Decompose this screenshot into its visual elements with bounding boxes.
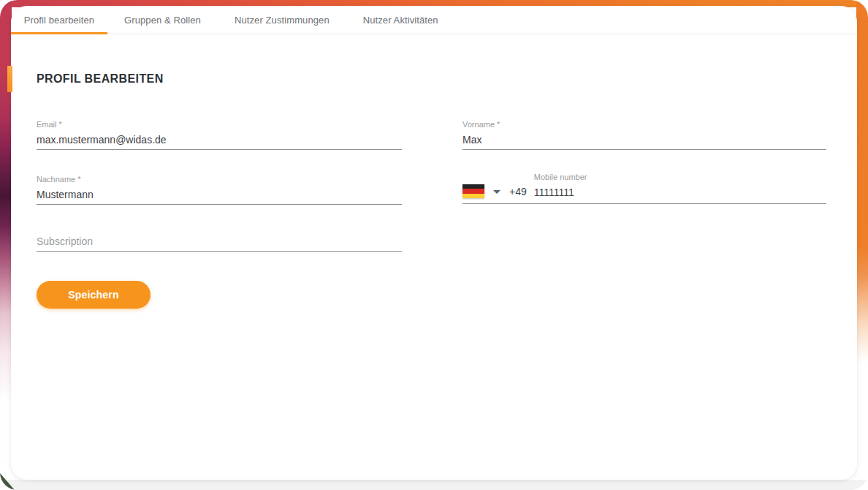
profile-card: Profil bearbeiten Gruppen & Rollen Nutze… bbox=[11, 6, 857, 480]
tab-profil-bearbeiten[interactable]: Profil bearbeiten bbox=[11, 6, 107, 34]
vorname-input[interactable] bbox=[462, 129, 826, 150]
email-field-group: Email * bbox=[37, 120, 402, 150]
email-label: Email * bbox=[37, 120, 402, 129]
tab-label: Gruppen & Rollen bbox=[124, 15, 201, 26]
vorname-field-group: Vorname * bbox=[462, 120, 826, 150]
tab-gruppen-rollen[interactable]: Gruppen & Rollen bbox=[107, 6, 218, 34]
mobile-number-input[interactable] bbox=[534, 182, 826, 203]
email-input[interactable] bbox=[37, 129, 402, 150]
tab-label: Nutzer Aktivitäten bbox=[363, 15, 438, 26]
mobile-field-group: +49 Mobile number bbox=[462, 174, 826, 204]
subscription-input[interactable] bbox=[37, 231, 402, 252]
mobile-label: Mobile number bbox=[534, 173, 826, 182]
nachname-field-group: Nachname * bbox=[37, 175, 402, 205]
tab-bar: Profil bearbeiten Gruppen & Rollen Nutze… bbox=[11, 6, 857, 34]
dropdown-arrow-icon[interactable] bbox=[493, 190, 500, 194]
page-background: Profil bearbeiten Gruppen & Rollen Nutze… bbox=[0, 0, 868, 490]
tab-nutzer-zustimmungen[interactable]: Nutzer Zustimmungen bbox=[218, 6, 346, 34]
nachname-label: Nachname * bbox=[37, 175, 402, 184]
background-strip-bottom bbox=[0, 480, 868, 490]
save-button[interactable]: Speichern bbox=[37, 281, 151, 309]
heading-accent-bar bbox=[7, 66, 12, 92]
dial-code: +49 bbox=[509, 184, 527, 199]
tab-label: Profil bearbeiten bbox=[24, 15, 94, 26]
background-gradient-right bbox=[856, 0, 868, 490]
mobile-input-wrap: Mobile number bbox=[534, 173, 826, 203]
tab-nutzer-aktivitaeten[interactable]: Nutzer Aktivitäten bbox=[346, 6, 455, 34]
subscription-field-group bbox=[37, 231, 402, 252]
vorname-label: Vorname * bbox=[462, 120, 826, 129]
germany-flag-icon[interactable] bbox=[462, 184, 484, 198]
active-tab-indicator bbox=[11, 32, 107, 34]
page-title: PROFIL BEARBEITEN bbox=[37, 72, 164, 86]
tab-label: Nutzer Zustimmungen bbox=[235, 15, 330, 26]
nachname-input[interactable] bbox=[37, 184, 402, 205]
